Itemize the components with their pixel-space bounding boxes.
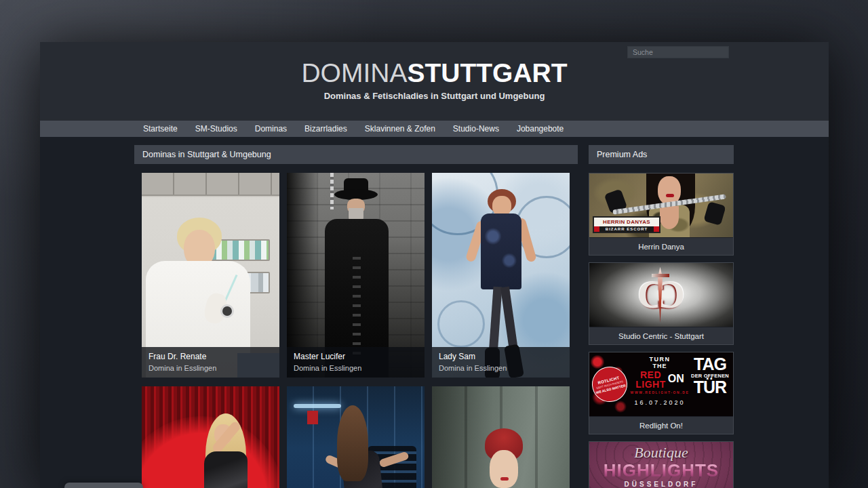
card-subtitle: Domina in Esslingen: [294, 364, 418, 372]
sidebar: Premium Ads HERRIN DANYAS: [589, 145, 734, 488]
photo-shape: [488, 287, 502, 357]
card-caption: Lady Sam Domina in Esslingen: [432, 347, 570, 378]
photo-shape: [353, 257, 361, 359]
card-name: Lady Sam: [439, 352, 563, 361]
ad-studio-centric[interactable]: C C Studio Centric - Stuttgart: [589, 262, 734, 345]
photo-shape: [432, 386, 493, 488]
text-tuer: TÜR: [688, 380, 732, 394]
photo-shape: [703, 201, 726, 226]
ad-banner-image: C C: [589, 263, 733, 327]
nav-items: Startseite SM-Studios Dominas Bizarrladi…: [134, 121, 829, 137]
text-boutique: Boutique: [589, 444, 733, 462]
text-duesseldorf: DÜSSELDORF: [589, 481, 733, 488]
text-turn: TURN: [630, 356, 690, 363]
profile-card-master-lucifer[interactable]: Master Lucifer Domina in Esslingen: [287, 173, 425, 378]
photo-shape: [666, 194, 674, 197]
search-input[interactable]: [627, 46, 729, 58]
card-caption: Frau Dr. Renate Domina in Esslingen: [142, 347, 279, 378]
section-title-dominas: Dominas in Stuttgart & Umgebung: [134, 145, 578, 164]
main-navbar: Startseite SM-Studios Dominas Bizarrladi…: [40, 121, 829, 137]
site-header: DOMINASTUTTGART Dominas & Fetischladies …: [40, 42, 829, 121]
site-tagline: Dominas & Fetischladies in Stuttgart und…: [40, 91, 829, 101]
ad-caption: Herrin Danya: [589, 237, 733, 255]
profile-grid: Frau Dr. Renate Domina in Esslingen: [134, 173, 578, 488]
photo-shape: [220, 304, 234, 318]
redlight-wordmark: RED LIGHT ON: [630, 370, 690, 389]
herrin-danyas-logo: HERRIN DANYAS BIZARR ESCORT: [593, 216, 660, 233]
photo-shape: [294, 404, 341, 408]
profile-card-lady-sam[interactable]: Lady Sam Domina in Esslingen: [432, 173, 570, 378]
nav-item-jobangebote[interactable]: Jobangebote: [508, 121, 572, 137]
nav-item-startseite[interactable]: Startseite: [134, 121, 186, 137]
redlight-center-text: TURN THE RED LIGHT ON WWW.REDLIGHT-ON.DE…: [630, 356, 690, 406]
photo-shape: [490, 450, 518, 488]
ad-redlight-on[interactable]: ROTLICHT GEHT AUCH ANDERS WE ALSO MATTER…: [589, 352, 734, 434]
photo-shape: [437, 300, 485, 348]
card-caption: Master Lucifer Domina in Esslingen: [287, 347, 425, 378]
nav-item-studio-news[interactable]: Studio-News: [444, 121, 508, 137]
photo-shape: [660, 206, 679, 229]
nav-item-bizarrladies[interactable]: Bizarrladies: [296, 121, 356, 137]
ad-banner-image: Boutique HIGHLIGHTS DÜSSELDORF: [589, 442, 733, 488]
photo-shape: [204, 451, 248, 488]
cross-icon: [652, 274, 669, 277]
profile-photo: [287, 386, 425, 488]
profile-card-row2-3[interactable]: [432, 386, 570, 488]
text-tag: TAG: [688, 357, 732, 371]
photo-shape: [142, 173, 279, 196]
ad-banner-image: ROTLICHT GEHT AUCH ANDERS WE ALSO MATTER…: [589, 352, 733, 416]
nav-item-dominas[interactable]: Dominas: [246, 121, 296, 137]
card-name: Frau Dr. Renate: [149, 352, 273, 361]
logo-text-bottom: BIZARR ESCORT: [593, 226, 660, 233]
content-area: Dominas in Stuttgart & Umgebung: [40, 137, 829, 488]
profile-card-row2-2[interactable]: [287, 386, 425, 488]
corner-popup-stub: [64, 483, 143, 488]
profile-card-frau-dr-renate[interactable]: Frau Dr. Renate Domina in Esslingen: [142, 173, 279, 378]
ad-banner-image: HERRIN DANYAS BIZARR ESCORT: [589, 174, 733, 237]
logo-word-thin: DOMINA: [301, 58, 407, 87]
photo-shape: [330, 173, 334, 209]
logo-word-bold: STUTTGART: [407, 58, 567, 87]
redlight-url: WWW.REDLIGHT-ON.DE: [630, 390, 690, 394]
nav-item-sm-studios[interactable]: SM-Studios: [186, 121, 246, 137]
section-title-premium-ads: Premium Ads: [589, 145, 734, 164]
text-the: THE: [630, 363, 690, 369]
main-column: Dominas in Stuttgart & Umgebung: [134, 145, 578, 488]
logo-text-top: HERRIN DANYAS: [593, 216, 660, 226]
ad-herrin-danya[interactable]: HERRIN DANYAS BIZARR ESCORT Herrin Danya: [589, 173, 734, 256]
profile-photo: [432, 386, 570, 488]
text-light: LIGHT: [635, 380, 666, 389]
red-light-stack: RED LIGHT: [635, 370, 666, 389]
card-name: Master Lucifer: [294, 352, 418, 361]
tag-der-offenen-tuer: TAG DER OFFENEN TÜR: [688, 357, 732, 395]
text-red: RED: [635, 370, 666, 380]
text-on: ON: [668, 370, 684, 388]
photo-shape: [481, 214, 521, 289]
profile-photo: [142, 386, 279, 488]
card-subtitle: Domina in Esslingen: [439, 364, 563, 372]
text-highlights: HIGHLIGHTS: [589, 462, 733, 479]
photo-shape: [500, 477, 509, 481]
ad-caption: Redlight On!: [589, 416, 733, 434]
card-subtitle: Domina in Esslingen: [149, 364, 273, 372]
event-date: 16.07.2020: [630, 399, 690, 406]
profile-card-row2-1[interactable]: [142, 386, 279, 488]
ad-caption: Studio Centric - Stuttgart: [589, 327, 733, 344]
website-page: DOMINASTUTTGART Dominas & Fetischladies …: [40, 42, 829, 488]
photo-shape: [307, 411, 318, 424]
nav-item-sklavinnen-zofen[interactable]: Sklavinnen & Zofen: [356, 121, 444, 137]
ad-boutique-highlights[interactable]: Boutique HIGHLIGHTS DÜSSELDORF: [589, 441, 734, 488]
photo-shape: [337, 405, 368, 481]
